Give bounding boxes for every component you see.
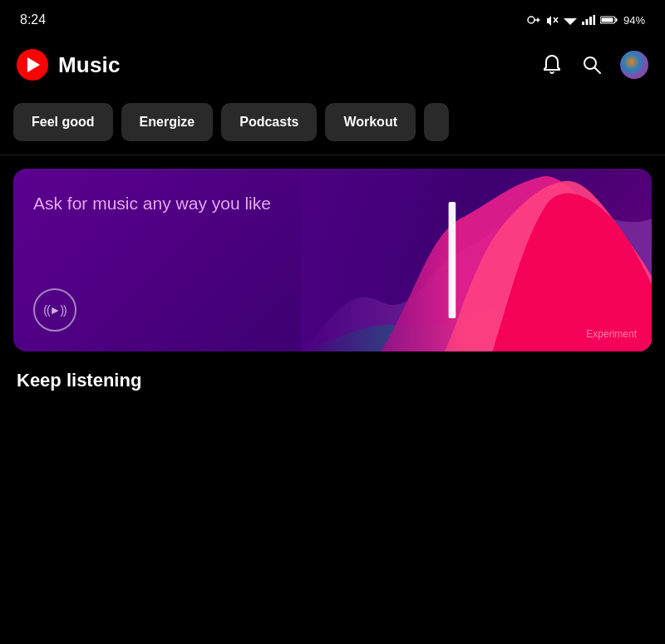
header-left: Music [17, 49, 121, 81]
divider [0, 155, 665, 155]
svg-point-0 [528, 17, 534, 23]
header: Music [0, 37, 665, 96]
svg-line-12 [595, 68, 601, 74]
category-podcasts[interactable]: Podcasts [221, 103, 317, 141]
category-more[interactable] [424, 103, 449, 141]
svg-marker-3 [564, 18, 577, 25]
banner-text: Ask for music any way you like [33, 192, 362, 215]
mute-icon [545, 14, 559, 26]
signal-icon [582, 15, 595, 25]
play-triangle-icon [27, 57, 40, 72]
category-energize[interactable]: Energize [121, 103, 214, 141]
status-icons: 94% [527, 14, 645, 27]
svg-rect-9 [615, 18, 617, 22]
key-icon [527, 15, 540, 25]
keep-listening-title: Keep listening [0, 351, 665, 398]
category-row: Feel good Energize Podcasts Workout [0, 96, 665, 155]
svg-rect-5 [585, 19, 588, 25]
battery-icon [600, 15, 618, 25]
app-title: Music [58, 52, 121, 78]
svg-rect-10 [601, 18, 613, 22]
experiment-label: Experiment [586, 328, 637, 340]
status-time: 8:24 [20, 12, 46, 27]
play-symbol: ((►)) [43, 303, 66, 317]
header-right [540, 51, 648, 79]
svg-rect-6 [589, 17, 592, 25]
category-feel-good[interactable]: Feel good [13, 103, 113, 141]
banner-content: Ask for music any way you like ((►)) [13, 169, 652, 351]
search-button[interactable] [580, 53, 603, 76]
svg-rect-7 [593, 15, 595, 25]
battery-percent: 94% [623, 14, 645, 27]
banner-card[interactable]: Ask for music any way you like ((►)) Exp… [13, 169, 652, 351]
user-avatar[interactable] [620, 51, 648, 79]
status-bar: 8:24 [0, 0, 665, 37]
bell-button[interactable] [540, 53, 564, 76]
banner-play-button[interactable]: ((►)) [33, 288, 76, 332]
wifi-icon [564, 15, 577, 25]
svg-rect-4 [582, 22, 584, 25]
category-workout[interactable]: Workout [325, 103, 416, 141]
youtube-music-logo [17, 49, 48, 81]
